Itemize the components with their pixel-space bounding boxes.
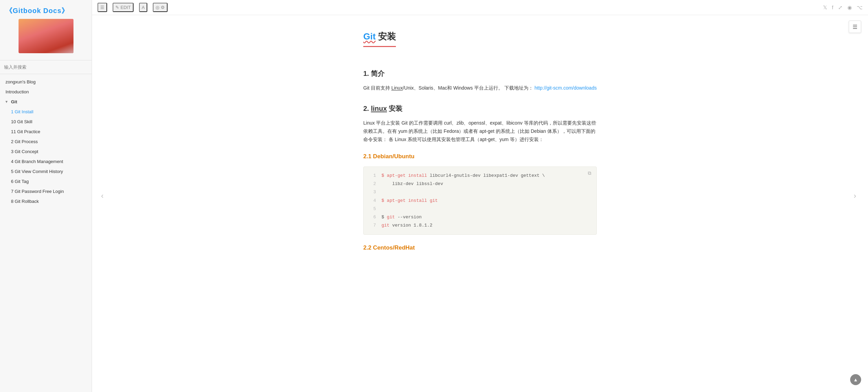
code-line-5: 5 [364,205,596,213]
line-content: git version 1.8.1.2 [381,222,432,229]
nav-item-2[interactable]: ▾Git [0,97,92,107]
line-content: $ apt-get install git [381,197,438,205]
code-line-6: 6$ git --version [364,213,596,221]
eye-extra: ⚙ [161,5,165,10]
line-number: 1 [364,172,376,180]
nav-item-label: 4 Git Branch Management [11,159,63,164]
line-content: libz-dev libssl-dev [381,180,443,188]
nav-item-label: 6 Git Tag [11,179,29,184]
nav-item-label: 5 Git View Commit History [11,169,63,174]
nav-item-4[interactable]: 10 Git Skill [0,117,92,127]
section1-text-middle: /Unix、Solaris、Mac和 Windows 平台上运行。 下载地址为： [403,85,533,91]
copy-button-1[interactable]: ⧉ [585,170,594,178]
search-box[interactable] [0,60,92,74]
nav-item-11[interactable]: 7 Git Password Free Login [0,186,92,196]
code-line-4: 4$ apt-get install git [364,197,596,205]
main-content: Git 安装 1. 简介 Git 目前支持 Linux/Unix、Solaris… [350,15,610,278]
font-button[interactable]: A [139,3,148,12]
section2-paragraph: Linux 平台上安装 Git 的工作需要调用 curl、zlib、openss… [363,119,597,143]
edit-icon: ✎ [115,5,119,10]
nav-item-label: 10 Git Skill [11,119,32,124]
chevron-down-icon: ▾ [5,100,8,104]
nav-item-8[interactable]: 4 Git Branch Management [0,157,92,166]
nav-item-5[interactable]: 11 Git Practice [0,127,92,137]
line-number: 6 [364,214,376,221]
code-line-2: 2 libz-dev libssl-dev [364,180,596,188]
line-content: $ git --version [381,214,422,221]
nav-item-label: 7 Git Password Free Login [11,189,64,194]
nav-item-6[interactable]: 2 Git Process [0,137,92,147]
section2-heading: 2. linux 安装 [363,103,597,114]
edit-label: EDIT [121,5,131,10]
page-title-rest: 安装 [376,31,396,42]
section1-download-link[interactable]: http://git-scm.com/downloads [535,85,597,91]
line-content: $ apt-get install libcurl4-gnutls-dev li… [381,172,545,180]
line-number: 2 [364,180,376,188]
section2-1-heading: 2.1 Debian/Ubuntu [363,152,597,162]
nav-item-label: Git [11,99,17,104]
sidebar-nav: zongxun's BlogIntroduction▾Git1 Git Inst… [0,74,92,392]
search-input[interactable] [4,63,88,71]
section1-linux: Linux [391,85,403,91]
eye-button[interactable]: ◎ ⚙ [153,3,168,12]
scroll-to-top-button[interactable]: ▲ [850,374,861,385]
nav-item-label: 3 Git Concept [11,149,38,154]
toc-toggle-button[interactable]: ☰ [849,21,861,33]
hamburger-button[interactable]: ☰ [98,3,107,12]
sidebar-logo[interactable]: 《Gitbook Docs》 [5,6,86,15]
rss-icon[interactable]: ◉ [847,4,852,11]
main-area: ☰ ✎ EDIT A ◎ ⚙ 𝕏 f ⤢ ◉ ⌥ ‹ › Git 安装 [92,0,868,392]
twitter-icon[interactable]: 𝕏 [823,4,827,11]
sidebar-resize-handle[interactable] [90,0,92,392]
cover-image [19,19,73,53]
line-number: 7 [364,222,376,229]
github-icon[interactable]: ⌥ [857,4,863,11]
line-number: 5 [364,205,376,213]
sidebar-header: 《Gitbook Docs》 [0,0,92,60]
prev-page-arrow[interactable]: ‹ [96,186,108,206]
nav-item-0[interactable]: zongxun's Blog [0,77,92,87]
nav-item-label: 1 Git Install [11,109,33,114]
section1-paragraph: Git 目前支持 Linux/Unix、Solaris、Mac和 Windows… [363,84,597,92]
nav-item-10[interactable]: 6 Git Tag [0,176,92,186]
line-number: 4 [364,197,376,205]
eye-icon: ◎ [156,5,159,10]
content-wrapper: Git 安装 1. 简介 Git 目前支持 Linux/Unix、Solaris… [92,15,868,392]
facebook-icon[interactable]: f [832,4,833,10]
code-block-1: 1$ apt-get install libcurl4-gnutls-dev l… [363,166,597,235]
nav-item-12[interactable]: 8 Git Rollback [0,196,92,206]
nav-item-label: Introduction [5,89,29,94]
nav-item-label: 2 Git Process [11,139,38,144]
page-title-git: Git [363,31,376,42]
toolbar: ☰ ✎ EDIT A ◎ ⚙ 𝕏 f ⤢ ◉ ⌥ [92,0,868,15]
nav-item-3[interactable]: 1 Git Install [0,107,92,117]
code-line-7: 7git version 1.8.1.2 [364,221,596,230]
nav-item-label: 8 Git Rollback [11,199,39,204]
share-icon[interactable]: ⤢ [838,4,843,11]
toolbar-social: 𝕏 f ⤢ ◉ ⌥ [823,4,863,11]
nav-item-9[interactable]: 5 Git View Commit History [0,166,92,176]
page-title: Git 安装 [363,29,597,57]
nav-item-label: zongxun's Blog [5,79,36,84]
line-number: 3 [364,188,376,196]
next-page-arrow[interactable]: › [849,186,861,206]
code-line-1: 1$ apt-get install libcurl4-gnutls-dev l… [364,172,596,180]
nav-item-label: 11 Git Practice [11,129,40,134]
nav-item-1[interactable]: Introduction [0,87,92,97]
code-line-3: 3 [364,188,596,196]
section2-2-heading: 2.2 Centos/RedHat [363,243,597,253]
nav-item-7[interactable]: 3 Git Concept [0,147,92,157]
sidebar: 《Gitbook Docs》 zongxun's BlogIntroductio… [0,0,92,392]
section2-linux-underline: linux [371,105,387,112]
section1-text-before: Git 目前支持 [363,85,391,91]
sidebar-cover-image [19,19,73,53]
section1-heading: 1. 简介 [363,68,597,79]
edit-button[interactable]: ✎ EDIT [113,3,134,12]
